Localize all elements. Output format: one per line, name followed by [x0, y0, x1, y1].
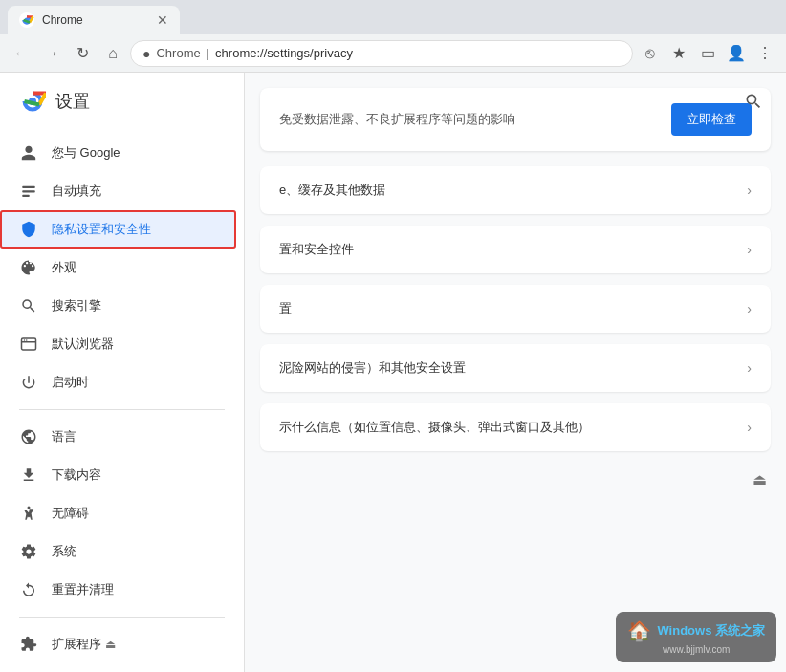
sidebar-item-accessibility[interactable]: 无障碍 [0, 494, 236, 532]
svg-rect-5 [22, 190, 35, 192]
chevron-icon-5: › [747, 420, 752, 435]
home-button[interactable]: ⌂ [99, 40, 126, 67]
nav-divider-1 [19, 409, 225, 410]
url-display: chrome://settings/privacy [215, 46, 353, 60]
power-icon [19, 373, 38, 392]
section-item-settings-text: 置 [279, 300, 292, 317]
sidebar-label-browser: 默认浏览器 [52, 336, 114, 353]
sidebar-label-extensions: 扩展程序 [52, 636, 101, 653]
sidebar-label-startup: 启动时 [52, 374, 89, 391]
chevron-icon-3: › [747, 301, 752, 316]
section-item-permissions[interactable]: 示什么信息（如位置信息、摄像头、弹出式窗口及其他） › [260, 403, 771, 451]
sidebar-label-autofill: 自动填充 [52, 183, 101, 200]
chrome-logo [19, 88, 46, 115]
accessibility-icon [19, 504, 38, 523]
sidebar-label-appearance: 外观 [52, 259, 76, 276]
section-card-3: 置 › [260, 285, 771, 333]
palette-icon [19, 258, 38, 277]
sidebar-item-extensions[interactable]: 扩展程序 ⏏ [0, 625, 236, 663]
globe-icon [19, 427, 38, 446]
sidebar-item-reset[interactable]: 重置并清理 [0, 571, 236, 609]
safety-check-card: 免受数据泄露、不良扩展程序等问题的影响 立即检查 [260, 88, 771, 151]
tab-title: Chrome [42, 13, 149, 27]
app-body: 设置 您与 Google 自动填充 隐私 [0, 73, 786, 672]
profile-button[interactable]: 👤 [723, 40, 750, 67]
url-protocol: Chrome [156, 46, 200, 60]
forward-button[interactable]: → [38, 40, 65, 67]
section-item-safe-browsing[interactable]: 泥险网站的侵害）和其他安全设置 › [260, 344, 771, 392]
sidebar-header: 设置 [0, 73, 244, 130]
sidebar-label-language: 语言 [52, 428, 76, 445]
browser-icon [19, 335, 38, 354]
watermark-logo: 🏠 Windows 系统之家 [627, 619, 765, 642]
watermark: 🏠 Windows 系统之家 www.bjjmlv.com [616, 612, 776, 662]
lock-icon: ● [142, 46, 150, 61]
sidebar-label-google: 您与 Google [52, 144, 120, 162]
reset-icon [19, 580, 38, 599]
external-link-bottom-icon[interactable]: ⏏ [753, 470, 767, 488]
section-item-cache[interactable]: e、缓存及其他数据 › [260, 166, 771, 214]
browser-chrome: Chrome ✕ ← → ↻ ⌂ ● Chrome | chrome://set… [0, 0, 786, 73]
content-wrapper: 免受数据泄露、不良扩展程序等问题的影响 立即检查 e、缓存及其他数据 › 置和安… [245, 73, 786, 511]
section-item-cache-text: e、缓存及其他数据 [279, 182, 385, 199]
sidebar-item-google[interactable]: 您与 Google [0, 134, 236, 172]
tab-close-button[interactable]: ✕ [157, 12, 168, 28]
section-item-security[interactable]: 置和安全控件 › [260, 226, 771, 273]
sidebar-item-downloads[interactable]: 下载内容 [0, 456, 236, 494]
section-card-5: 示什么信息（如位置信息、摄像头、弹出式窗口及其他） › [260, 403, 771, 451]
back-button[interactable]: ← [8, 40, 34, 67]
svg-rect-4 [22, 186, 35, 188]
safety-check-text: 免受数据泄露、不良扩展程序等问题的影响 [279, 111, 656, 128]
main-search-button[interactable] [740, 88, 767, 115]
section-card-4: 泥险网站的侵害）和其他安全设置 › [260, 344, 771, 392]
sidebar-item-about[interactable]: 关于 Chrome [0, 663, 236, 672]
sidebar: 设置 您与 Google 自动填充 隐私 [0, 73, 245, 672]
svg-point-10 [26, 339, 28, 341]
main-content: 免受数据泄露、不良扩展程序等问题的影响 立即检查 e、缓存及其他数据 › 置和安… [245, 73, 786, 672]
extensions-label-group: 扩展程序 ⏏ [52, 636, 116, 653]
sidebar-label-search: 搜索引擎 [52, 297, 101, 314]
tab-bar: Chrome ✕ [0, 0, 786, 34]
shield-icon [19, 220, 38, 239]
download-icon [19, 466, 38, 485]
extensions-icon [19, 635, 38, 654]
address-bar[interactable]: ● Chrome | chrome://settings/privacy [130, 40, 633, 67]
zoom-button[interactable]: ▭ [694, 40, 721, 67]
sidebar-item-privacy[interactable]: 隐私设置和安全性 [0, 210, 236, 249]
section-item-permissions-text: 示什么信息（如位置信息、摄像头、弹出式窗口及其他） [279, 419, 590, 436]
watermark-brand-text: Windows 系统之家 [657, 622, 765, 639]
svg-point-9 [24, 339, 26, 341]
menu-button[interactable]: ⋮ [752, 40, 778, 67]
sidebar-item-appearance[interactable]: 外观 [0, 249, 236, 287]
watermark-house-icon: 🏠 [627, 619, 651, 642]
sidebar-item-system[interactable]: 系统 [0, 532, 236, 571]
sidebar-item-autofill[interactable]: 自动填充 [0, 172, 236, 210]
sidebar-label-accessibility: 无障碍 [52, 505, 89, 522]
main-search-area [740, 88, 767, 115]
section-item-settings[interactable]: 置 › [260, 285, 771, 333]
svg-point-11 [28, 507, 31, 509]
person-icon [19, 143, 38, 163]
nav-bar: ← → ↻ ⌂ ● Chrome | chrome://settings/pri… [0, 34, 786, 73]
reload-button[interactable]: ↻ [69, 40, 96, 67]
sidebar-item-language[interactable]: 语言 [0, 418, 236, 456]
sidebar-label-system: 系统 [52, 543, 76, 560]
system-icon [19, 542, 38, 561]
tab-favicon [19, 12, 34, 28]
sidebar-item-startup[interactable]: 启动时 [0, 363, 236, 401]
sidebar-item-browser[interactable]: 默认浏览器 [0, 325, 236, 363]
bookmark-button[interactable]: ★ [666, 40, 692, 67]
svg-rect-6 [22, 195, 30, 197]
chevron-icon-1: › [747, 183, 752, 198]
chevron-icon-2: › [747, 242, 752, 257]
nav-divider-2 [19, 617, 225, 618]
autofill-icon [19, 182, 38, 201]
active-tab[interactable]: Chrome ✕ [8, 6, 180, 34]
search-icon [19, 296, 38, 315]
section-item-security-text: 置和安全控件 [279, 241, 354, 258]
sidebar-item-search[interactable]: 搜索引擎 [0, 287, 236, 325]
chevron-icon-4: › [747, 360, 752, 376]
share-button[interactable]: ⎋ [637, 40, 664, 67]
section-item-safe-browsing-text: 泥险网站的侵害）和其他安全设置 [279, 359, 466, 377]
sidebar-label-downloads: 下载内容 [52, 466, 101, 484]
